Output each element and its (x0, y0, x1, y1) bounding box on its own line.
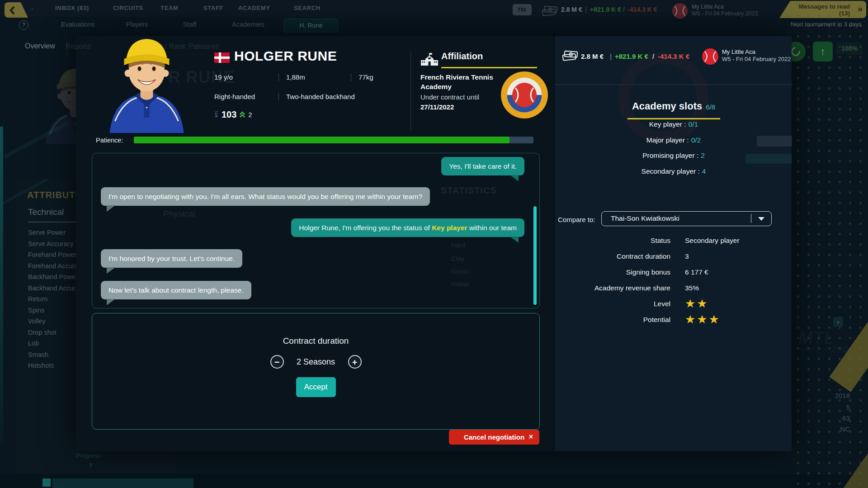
chat-text: I'm open to negotiating with you. I'm al… (108, 193, 422, 200)
increase-duration-button[interactable]: + (348, 355, 362, 369)
game-screen: › INBOX (83)CIRCUITSTEAMSTAFFACADEMYSEAR… (0, 0, 868, 488)
compare-label: Contract duration (555, 252, 670, 261)
slot-label: Key player : (649, 120, 686, 128)
slot-row: Secondary player :4 (555, 167, 793, 183)
affiliated-academy-name: French Riviera Tennis Academy (420, 72, 498, 91)
compare-row: Signing bonus6 177 € (555, 264, 793, 280)
chat-text: I'm honored by your trust. Let's continu… (108, 255, 235, 262)
game-date: W5 - Fri 04 February 2022 (722, 56, 791, 62)
compare-label: Signing bonus (555, 268, 670, 276)
slot-value: 0/1 (689, 120, 698, 128)
selected-player: Thai-Son Kwiatkowski (611, 214, 679, 223)
slot-row: Key player :0/1 (555, 120, 793, 136)
decrease-duration-button[interactable]: − (270, 355, 284, 369)
money-separator: | (610, 52, 612, 60)
academy-slots-count: 6/8 (706, 103, 715, 111)
chat-text: Key player (432, 224, 467, 232)
slot-value: 4 (702, 167, 706, 175)
money-icon (561, 50, 579, 62)
chat-bubble: Now let's talk about contract length, pl… (101, 281, 251, 299)
compare-label: Academy revenue share (555, 284, 670, 292)
compare-row: Academy revenue share35% (555, 280, 793, 296)
academy-avatar[interactable] (702, 48, 719, 65)
compare-detail-list: StatusSecondary playerContract duration3… (555, 232, 793, 327)
player-stats-row: 19 y/o 1,88m 77kg (214, 73, 373, 81)
slot-label: Major player : (646, 136, 689, 144)
header-divider (410, 52, 411, 130)
chat-panel: Yes, I'll take care of it.I'm open to ne… (92, 153, 540, 308)
accept-button[interactable]: Accept (296, 377, 336, 397)
academy-slots-title: Academy slots (632, 100, 702, 112)
compare-row: StatusSecondary player (555, 232, 793, 248)
rank-up-icon (239, 111, 245, 118)
academy-name: My Little Aca (722, 48, 755, 55)
patience-label: Patience: (96, 137, 123, 144)
compare-player-dropdown[interactable]: Thai-Son Kwiatkowski (601, 211, 772, 226)
rank-number: 103 (222, 109, 236, 120)
rank-scale-label: MTL (215, 112, 218, 118)
chat-scrollbar[interactable] (533, 206, 537, 305)
compare-value: Secondary player (685, 237, 740, 245)
player-photo (100, 30, 193, 133)
compare-row: Level★★ (555, 296, 793, 312)
chat-bubble: I'm honored by your trust. Let's continu… (101, 249, 242, 268)
slot-row: Promising player :2 (555, 152, 793, 167)
slot-label: Promising player : (642, 152, 698, 159)
player-age: 19 y/o (214, 73, 278, 81)
patience-bar (134, 137, 533, 143)
affiliation-title: Affiliation (441, 51, 483, 62)
compare-value: 3 (685, 252, 689, 261)
expense-amount: -414.3 K € (658, 52, 689, 60)
player-rank: MTL 103 2 (213, 109, 252, 120)
balance-amount: 2.8 M € (581, 52, 604, 60)
compare-label: Potential (555, 316, 670, 324)
chevron-down-icon (758, 217, 764, 221)
chat-bubble: Holger Rune, I'm offering you the status… (291, 218, 524, 237)
slot-row: Major player :0/2 (555, 136, 793, 152)
contract-until-date: 27/11/2022 (420, 103, 454, 111)
academy-building-icon (420, 52, 439, 67)
chat-text: within our team (467, 224, 517, 232)
compare-row: Potential★★★ (555, 312, 793, 327)
chat-text: Holger Rune, I'm offering you the status… (299, 224, 432, 232)
slot-value: 2 (701, 152, 705, 159)
academy-slots-header: Academy slots6/8 (555, 100, 793, 112)
cancel-label: Cancel negotiation (464, 433, 524, 441)
slot-row-list: Key player :0/1Major player :0/2Promisin… (555, 120, 793, 183)
compare-label: Level (555, 300, 670, 308)
slot-label: Secondary player : (642, 167, 700, 175)
player-weight: 77kg (351, 73, 373, 81)
affiliation-underline (441, 67, 537, 68)
duration-value: 2 Seasons (291, 357, 341, 367)
academy-side-panel: 2.8 M € | +821.9 K € / -414.3 K € My Lit… (554, 36, 792, 451)
dropdown-separator (751, 214, 751, 223)
money-slash: / (652, 52, 654, 60)
compare-row: Contract duration3 (555, 248, 793, 264)
duration-stepper: − 2 Seasons + (92, 355, 539, 369)
player-backhand: Two-handed backhand (278, 93, 355, 100)
slot-value: 0/2 (691, 136, 701, 144)
close-icon: × (529, 433, 533, 441)
player-name: HOLGER RUNE (234, 48, 337, 64)
income-amount: +821.9 K € (615, 52, 648, 60)
rank-change: 2 (248, 111, 252, 118)
compare-value: 35% (685, 284, 699, 292)
slots-underline (627, 118, 720, 119)
academy-logo (501, 71, 548, 118)
contract-duration-title: Contract duration (92, 336, 539, 346)
compare-to-label: Compare to: (558, 216, 595, 223)
compare-value: 6 177 € (685, 268, 708, 276)
player-handedness: Right-handed (214, 93, 278, 100)
compare-label: Status (555, 237, 670, 245)
chat-bubble: I'm open to negotiating with you. I'm al… (101, 187, 430, 206)
cancel-negotiation-button[interactable]: Cancel negotiation × (449, 430, 539, 445)
contract-offer-panel: Contract duration − 2 Seasons + Accept (92, 313, 540, 430)
chat-text: Yes, I'll take care of it. (449, 162, 517, 170)
player-height: 1,88m (278, 73, 351, 81)
star-rating: ★★ (685, 296, 709, 312)
denmark-flag-icon (214, 52, 230, 63)
player-stats-row: Right-handed Two-handed backhand (214, 93, 355, 100)
chat-bubble: Yes, I'll take care of it. (441, 157, 524, 175)
star-rating: ★★★ (685, 312, 721, 327)
patience-fill (134, 137, 509, 143)
